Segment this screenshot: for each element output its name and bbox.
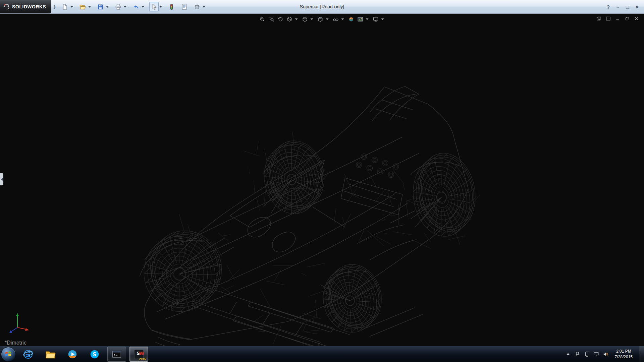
document-title: Supercar [Read-only] — [300, 4, 344, 9]
system-tray: 2:01 PM 7/28/2015 — [565, 346, 644, 362]
taskbar-item-internet-explorer[interactable] — [19, 347, 38, 362]
view-orientation-dropdown-arrow-icon[interactable] — [311, 18, 313, 20]
zoom-to-area-button[interactable] — [268, 15, 275, 23]
section-view-button[interactable] — [286, 15, 293, 23]
hide-show-items-dropdown-arrow-icon[interactable] — [341, 18, 344, 20]
start-button[interactable] — [1, 347, 16, 362]
hide-show-items-button[interactable] — [332, 15, 339, 23]
undo-button[interactable] — [131, 2, 141, 11]
section-view-dropdown-arrow-icon[interactable] — [295, 18, 298, 20]
maximize-button[interactable]: □ — [626, 4, 629, 9]
taskbar-item-media-player[interactable] — [63, 347, 82, 362]
view-orientation-label: *Dimetric — [5, 340, 26, 346]
document-window-controls — [596, 16, 639, 21]
open-dropdown-arrow-icon[interactable] — [88, 6, 91, 8]
open-button[interactable] — [78, 2, 88, 11]
tile-windows-button[interactable] — [606, 16, 611, 21]
save-dropdown-arrow-icon[interactable] — [106, 6, 109, 8]
orientation-triad-icon — [7, 311, 32, 336]
apply-scene-dropdown-arrow-icon[interactable] — [366, 18, 369, 20]
view-orientation-button[interactable] — [301, 15, 309, 23]
save-button[interactable] — [96, 2, 105, 11]
minimize-button[interactable]: – — [616, 4, 619, 9]
clock-time: 2:01 PM — [615, 349, 633, 354]
apply-scene-button[interactable] — [357, 15, 364, 23]
screen: SOLIDWORKS ❯ Supercar [Read-only] ?–□× *… — [0, 0, 644, 362]
heads-up-view-toolbar — [259, 15, 386, 23]
previous-view-button[interactable] — [277, 15, 284, 23]
taskbar-item-windows-explorer[interactable] — [41, 347, 60, 362]
display-style-dropdown-arrow-icon[interactable] — [326, 18, 329, 20]
restore-doc-button[interactable] — [625, 16, 630, 21]
undo-dropdown-arrow-icon[interactable] — [142, 6, 144, 8]
taskbar-item-solidworks-2015[interactable]: SW2015 — [129, 347, 148, 362]
show-hidden-icons-icon[interactable] — [565, 351, 571, 357]
file-properties-button[interactable] — [180, 2, 189, 11]
new-document-dropdown-arrow-icon[interactable] — [70, 6, 73, 8]
taskbar-item-skype[interactable]: S — [85, 347, 104, 362]
new-document-button[interactable] — [60, 2, 70, 11]
select-dropdown-arrow-icon[interactable] — [159, 6, 162, 8]
svg-text:W: W — [139, 351, 144, 356]
brand-name: SOLIDWORKS — [12, 4, 46, 9]
options-button[interactable] — [193, 2, 202, 11]
help-button[interactable]: ? — [607, 4, 610, 9]
graphics-viewport[interactable]: *Dimetric — [0, 14, 644, 346]
view-settings-dropdown-arrow-icon[interactable] — [381, 18, 384, 20]
svg-text:S: S — [93, 351, 97, 357]
print-dropdown-arrow-icon[interactable] — [124, 6, 126, 8]
close-button[interactable]: × — [636, 4, 639, 9]
taskbar-clock[interactable]: 2:01 PM 7/28/2015 — [612, 349, 635, 359]
action-center-flag-icon[interactable] — [575, 351, 580, 357]
volume-icon[interactable] — [603, 351, 608, 357]
new-window-button[interactable] — [596, 16, 602, 21]
display-icon[interactable] — [593, 351, 599, 357]
menu-expand-arrow-icon[interactable]: ❯ — [53, 4, 56, 9]
display-style-button[interactable] — [317, 15, 324, 23]
clock-date: 7/28/2015 — [615, 354, 633, 360]
app-titlebar: SOLIDWORKS ❯ Supercar [Read-only] ?–□× — [0, 0, 644, 14]
tray-icons — [565, 351, 608, 357]
zoom-to-fit-button[interactable] — [259, 15, 266, 23]
taskbar-item-command-window[interactable] — [107, 347, 126, 362]
rebuild-button[interactable] — [167, 2, 176, 11]
minimize-doc-button[interactable] — [615, 16, 621, 21]
taskbar: SSW2015 2:01 PM 7/28/2015 — [0, 346, 644, 362]
select-button[interactable] — [149, 2, 159, 11]
view-settings-button[interactable] — [372, 15, 379, 23]
close-doc-button[interactable] — [634, 16, 639, 21]
titlebar-window-controls: ?–□× — [607, 4, 644, 9]
options-dropdown-arrow-icon[interactable] — [203, 6, 205, 8]
solidworks-logo[interactable]: SOLIDWORKS — [0, 0, 51, 13]
taskbar-items: SSW2015 — [17, 346, 150, 362]
panel-collapse-tab[interactable] — [0, 173, 3, 185]
solidworks-2015-badge: 2015 — [139, 357, 146, 361]
print-button[interactable] — [114, 2, 123, 11]
show-desktop-button[interactable] — [639, 346, 644, 362]
collapse-arrow-icon — [1, 178, 3, 181]
edit-appearance-button[interactable] — [347, 15, 355, 23]
main-toolbar — [60, 2, 210, 11]
wireframe-model — [0, 14, 644, 346]
device-icon[interactable] — [584, 351, 590, 357]
dassault-systemes-logo-icon — [3, 3, 10, 11]
